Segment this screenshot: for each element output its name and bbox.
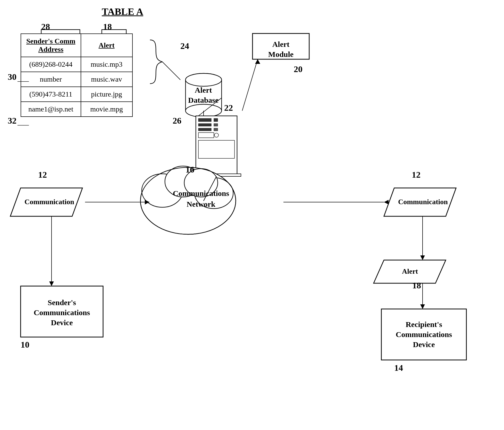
- svg-line-0: [162, 62, 180, 80]
- svg-marker-42: [420, 304, 425, 309]
- ref-30-label: 30: [8, 72, 16, 82]
- svg-point-6: [186, 73, 222, 86]
- col2-header: Alert: [81, 34, 132, 57]
- ref-14-label: 14: [394, 363, 403, 373]
- diagram-container: TABLE A 28 18 Sender's CommAddress Alert…: [0, 0, 504, 430]
- table-header-row: Sender's CommAddress Alert: [21, 34, 132, 57]
- ref-10-label: 10: [21, 340, 29, 350]
- ref-18-right-label: 18: [412, 281, 421, 290]
- table-row: (689)268-0244 music.mp3: [21, 57, 132, 72]
- alert-cell-3: picture.jpg: [81, 87, 132, 102]
- svg-rect-15: [198, 133, 214, 138]
- communications-network-label: CommunicationsNetwork: [160, 188, 242, 210]
- table-row: (590)473-8211 picture.jpg: [21, 87, 132, 102]
- address-cell-4: name1@isp.net: [21, 102, 81, 117]
- arrow-32-icon: ——: [18, 122, 29, 128]
- svg-rect-9: [198, 118, 211, 122]
- address-cell-2: number: [21, 72, 81, 87]
- svg-marker-31: [145, 200, 149, 204]
- ref-26-label: 26: [173, 116, 181, 126]
- alert-cell-4: movie.mpg: [81, 102, 132, 117]
- svg-point-16: [214, 133, 219, 137]
- svg-rect-17: [198, 140, 234, 158]
- svg-marker-20: [255, 59, 260, 64]
- svg-point-1: [186, 73, 222, 86]
- svg-line-19: [242, 59, 258, 111]
- svg-rect-11: [198, 124, 211, 126]
- ref-32-label: 32: [8, 116, 16, 126]
- alert-module-label: AlertModule: [254, 39, 308, 59]
- svg-rect-10: [214, 118, 218, 122]
- arrow-30-icon: ——: [18, 78, 29, 84]
- alert-right-label: Alert: [402, 267, 418, 276]
- svg-rect-14: [214, 128, 218, 131]
- ref-12-right-label: 12: [412, 170, 421, 180]
- senders-device-label: Sender'sCommunicationsDevice: [22, 297, 102, 328]
- svg-marker-34: [384, 200, 389, 204]
- table-title: TABLE A: [102, 6, 143, 17]
- recipients-device-label: Recipient'sCommunicationsDevice: [383, 319, 465, 349]
- alert-database-label: AlertDatabase: [188, 85, 219, 105]
- col1-header: Sender's CommAddress: [21, 34, 81, 57]
- svg-rect-12: [214, 124, 218, 126]
- address-cell-3: (590)473-8211: [21, 87, 81, 102]
- svg-marker-39: [420, 255, 425, 260]
- alert-cell-2: music.wav: [81, 72, 132, 87]
- svg-point-5: [186, 104, 222, 117]
- svg-rect-8: [196, 116, 237, 175]
- address-cell-1: (689)268-0244: [21, 57, 81, 72]
- table-row: number music.wav: [21, 72, 132, 87]
- communication-right-label: Communication: [398, 198, 448, 206]
- communication-left-label: Communication: [24, 198, 74, 206]
- alert-cell-1: music.mp3: [81, 57, 132, 72]
- ref-22-label: 22: [224, 103, 233, 113]
- svg-rect-18: [197, 174, 241, 176]
- svg-rect-13: [198, 128, 211, 131]
- ref-20-label: 20: [294, 64, 303, 74]
- svg-marker-36: [49, 281, 54, 286]
- ref-12-left-label: 12: [38, 170, 47, 180]
- ref-24-label: 24: [180, 41, 189, 51]
- ref-16-label: 16: [186, 165, 194, 175]
- table-row: name1@isp.net movie.mpg: [21, 102, 132, 117]
- ref-18-top-label: 18: [103, 22, 112, 32]
- ref-28-label: 28: [41, 22, 50, 32]
- data-table: Sender's CommAddress Alert (689)268-0244…: [21, 33, 133, 117]
